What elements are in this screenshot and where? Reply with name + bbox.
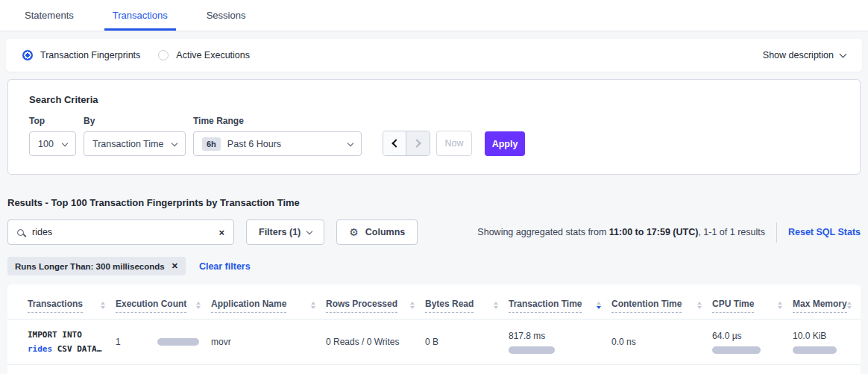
radio-label: Active Executions [176,50,250,60]
radio-selected-icon [22,50,33,60]
sort-icon[interactable] [494,302,498,309]
execution-count-value: 1 [116,337,121,347]
previous-time-window-button[interactable] [383,131,406,155]
filters-label: Filters (1) [259,227,301,237]
results-heading: Results - Top 100 Transaction Fingerprin… [7,197,861,208]
time-range-field: Time Range 6h Past 6 Hours [193,116,362,156]
cpu-time-value: 64.0 µs [712,331,793,341]
time-range-badge: 6h [202,137,221,151]
sort-icon[interactable] [101,302,105,309]
stats-time-range: 11:00 to 17:59 (UTC) [609,227,698,237]
filter-chip-label: Runs Longer Than: 300 milliseconds [15,262,165,271]
show-description-toggle[interactable]: Show description [763,50,846,60]
search-input[interactable] [32,227,218,237]
columns-button[interactable]: ⚙ Columns [336,219,418,245]
by-field: By Transaction Time [84,116,186,156]
column-header-transaction-time[interactable]: Transaction Time [509,299,611,319]
search-box: × [7,219,234,245]
transaction-time-bar [509,346,555,354]
transaction-fingerprint-cell: IMPORT INTO rides CSV DATA… [28,328,116,357]
column-header-bytes-read[interactable]: Bytes Read [425,299,509,319]
column-header-contention-time[interactable]: Contention Time [611,299,712,319]
max-memory-value: 10.0 KiB [793,331,856,341]
top-label: Top [29,116,76,126]
results-toolbar: × Filters (1) ⚙ Columns Showing aggregat… [7,219,861,245]
now-button[interactable]: Now [436,131,472,156]
chevron-down-icon [840,50,847,57]
application-name-cell: movr [211,337,326,347]
tab-statements[interactable]: Statements [16,1,82,31]
by-value: Transaction Time [92,139,163,149]
results-table: Transactions Execution Count Application… [7,284,861,374]
transaction-statement-line2: rides CSV DATA… [28,342,116,356]
time-range-label: Time Range [193,116,362,126]
transaction-link[interactable]: rides [28,344,52,354]
table-row: IMPORT INTO rides CSV DATA… 1 movr 0 Rea… [7,320,861,365]
column-header-application-name[interactable]: Application Name [211,299,326,319]
chevron-left-icon [391,139,400,147]
sort-icon[interactable] [410,302,415,309]
by-select[interactable]: Transaction Time [84,131,186,156]
transaction-time-cell: 817.8 ms [509,331,611,354]
tab-transactions[interactable]: Transactions [104,1,176,31]
clear-filters-link[interactable]: Clear filters [199,261,251,272]
column-header-max-memory[interactable]: Max Memory [793,299,862,319]
contention-time-cell: 0.0 ns [611,337,712,347]
sort-icon[interactable] [697,302,702,309]
view-toggle-card: Transaction Fingerprints Active Executio… [6,39,862,72]
by-label: By [84,116,186,126]
aggregated-stats-text: Showing aggregated stats from 11:00 to 1… [477,227,765,237]
radio-active-executions[interactable]: Active Executions [158,50,250,60]
page-tabbar: Statements Transactions Sessions [0,0,868,31]
max-memory-cell: 10.0 KiB [793,331,856,354]
top-value: 100 [38,139,54,149]
time-range-value: Past 6 Hours [227,139,281,149]
sort-icon[interactable] [847,302,852,309]
chevron-down-icon [172,140,177,146]
transaction-statement-line1: IMPORT INTO [28,328,116,342]
rows-processed-cell: 0 Reads / 0 Writes [326,337,425,347]
radio-unselected-icon [158,50,169,60]
remove-filter-icon[interactable]: ✕ [172,261,178,271]
sort-icon[interactable] [196,302,201,309]
chevron-right-icon [412,139,421,147]
top-field: Top 100 [29,116,76,156]
reset-sql-stats-link[interactable]: Reset SQL Stats [788,227,861,237]
next-time-window-button[interactable] [406,131,430,155]
columns-label: Columns [365,227,405,237]
column-header-rows-processed[interactable]: Rows Processed [326,299,425,319]
filter-chip: Runs Longer Than: 300 milliseconds ✕ [7,257,186,275]
sort-icon-active-desc[interactable] [597,302,601,309]
vertical-divider [776,222,777,243]
column-header-execution-count[interactable]: Execution Count [116,299,211,319]
active-filters-row: Runs Longer Than: 300 milliseconds ✕ Cle… [7,257,861,275]
max-memory-bar [793,346,837,354]
chevron-down-icon [62,140,68,146]
chevron-down-icon [306,228,312,234]
radio-label: Transaction Fingerprints [40,50,140,60]
bytes-read-cell: 0 B [425,337,509,347]
search-criteria-card: Search Criteria Top 100 By Transaction T… [7,79,861,175]
time-range-select[interactable]: 6h Past 6 Hours [193,131,362,156]
search-icon [17,229,24,236]
chevron-down-icon [347,140,353,146]
time-window-arrows [383,131,430,156]
sort-icon[interactable] [311,302,315,309]
top-select[interactable]: 100 [29,131,76,156]
column-header-cpu-time[interactable]: CPU Time [712,299,793,319]
show-description-label: Show description [763,50,834,60]
filters-button[interactable]: Filters (1) [246,219,324,245]
transaction-time-value: 817.8 ms [509,331,611,341]
column-header-transactions[interactable]: Transactions [28,299,116,319]
gear-icon: ⚙ [349,227,359,237]
cpu-time-bar [712,346,761,354]
table-header-row: Transactions Execution Count Application… [7,284,861,320]
sort-icon[interactable] [778,302,782,309]
apply-button[interactable]: Apply [485,131,525,156]
execution-count-bar [157,338,199,346]
cpu-time-cell: 64.0 µs [712,331,793,354]
search-criteria-title: Search Criteria [29,94,839,105]
tab-sessions[interactable]: Sessions [198,1,254,31]
radio-transaction-fingerprints[interactable]: Transaction Fingerprints [22,50,140,60]
clear-search-icon[interactable]: × [218,228,224,237]
